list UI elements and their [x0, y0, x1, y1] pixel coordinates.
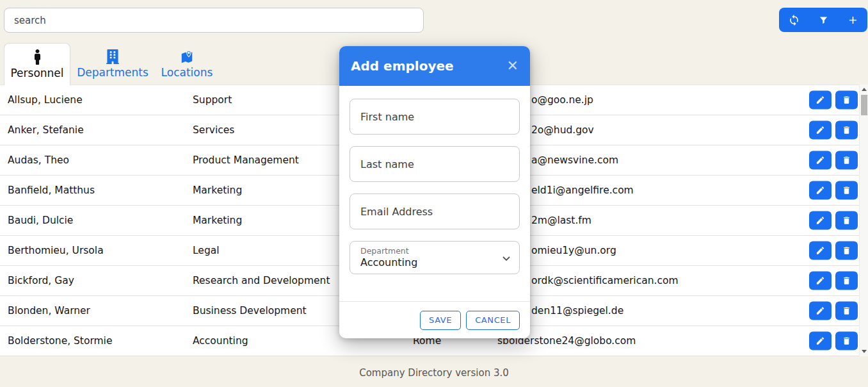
- cell-email: a@newsvine.com: [531, 154, 618, 166]
- row-actions: [809, 121, 858, 140]
- cell-name: Bickford, Gay: [8, 275, 74, 286]
- delete-button[interactable]: [835, 121, 858, 140]
- cell-department: Business Development: [193, 305, 307, 317]
- delete-button[interactable]: [835, 302, 858, 320]
- tab-label: Locations: [161, 66, 213, 79]
- first-name-field[interactable]: [350, 99, 520, 135]
- delete-button[interactable]: [835, 91, 858, 110]
- select-value: Accounting: [360, 256, 509, 268]
- department-select[interactable]: Department Accounting: [350, 241, 520, 274]
- cell-name: Banfield, Matthus: [8, 185, 95, 196]
- add-employee-modal: Add employee ✕ Department Accounting SAV…: [339, 46, 530, 338]
- pencil-icon: [816, 216, 825, 226]
- cell-name: Blonden, Warner: [8, 305, 90, 317]
- pencil-icon: [816, 276, 825, 286]
- cell-name: Baudi, Dulcie: [8, 215, 73, 226]
- tab-departments[interactable]: Departments: [76, 43, 150, 85]
- edit-button[interactable]: [809, 211, 832, 230]
- last-name-field[interactable]: [350, 146, 520, 182]
- save-button[interactable]: SAVE: [420, 311, 461, 330]
- modal-footer: SAVE CANCEL: [339, 301, 530, 338]
- row-actions: [809, 242, 858, 260]
- cell-email: omieu1y@un.org: [531, 245, 616, 256]
- delete-button[interactable]: [835, 151, 858, 170]
- trash-icon: [842, 336, 851, 346]
- edit-button[interactable]: [809, 91, 832, 110]
- add-button[interactable]: [842, 9, 864, 31]
- trash-icon: [842, 126, 851, 135]
- pencil-icon: [816, 336, 825, 346]
- person-icon: [34, 49, 41, 65]
- cell-name: Anker, Stefanie: [8, 124, 84, 136]
- filter-button[interactable]: [812, 9, 834, 31]
- edit-button[interactable]: [809, 302, 832, 320]
- modal-title: Add employee: [351, 58, 454, 74]
- cell-department: Marketing: [193, 215, 242, 226]
- trash-icon: [842, 306, 851, 316]
- cell-department: Product Management: [193, 154, 299, 166]
- row-actions: [809, 302, 858, 320]
- delete-button[interactable]: [835, 211, 858, 230]
- cell-department: Accounting: [193, 335, 248, 347]
- edit-button[interactable]: [809, 242, 832, 260]
- pencil-icon: [816, 156, 825, 165]
- close-icon[interactable]: ✕: [507, 59, 518, 73]
- trash-icon: [842, 276, 851, 286]
- app: { "app": { "footer": "Company Directory …: [0, 0, 868, 387]
- pencil-icon: [816, 126, 825, 135]
- toolbar: [779, 8, 867, 32]
- edit-button[interactable]: [809, 151, 832, 170]
- cell-name: Berthomieu, Ursola: [8, 245, 104, 256]
- delete-button[interactable]: [835, 332, 858, 350]
- plus-icon: [847, 14, 859, 26]
- cancel-button[interactable]: CANCEL: [466, 311, 520, 330]
- pencil-icon: [816, 95, 825, 105]
- cell-email: eld1i@angelfire.com: [531, 185, 634, 196]
- pencil-icon: [816, 186, 825, 195]
- delete-button[interactable]: [835, 242, 858, 260]
- scroll-up-icon[interactable]: [862, 88, 867, 91]
- search-input[interactable]: [4, 8, 424, 33]
- modal-header: Add employee ✕: [339, 46, 530, 86]
- scrollbar-thumb[interactable]: [861, 95, 867, 115]
- building-icon: [106, 49, 119, 64]
- cell-name: Audas, Theo: [8, 154, 69, 166]
- edit-button[interactable]: [809, 332, 832, 350]
- cell-email: 2o@hud.gov: [531, 124, 594, 136]
- cell-department: Marketing: [193, 185, 242, 196]
- cell-email: 2m@last.fm: [531, 215, 591, 226]
- trash-icon: [842, 246, 851, 256]
- trash-icon: [842, 95, 851, 105]
- edit-button[interactable]: [809, 121, 832, 140]
- row-actions: [809, 332, 858, 350]
- row-actions: [809, 181, 858, 200]
- delete-button[interactable]: [835, 181, 858, 200]
- email-address-field[interactable]: [350, 194, 520, 229]
- cell-department: Support: [193, 94, 232, 106]
- refresh-button[interactable]: [783, 9, 805, 31]
- chevron-down-icon: [502, 252, 510, 264]
- table-scrollbar[interactable]: [859, 85, 868, 356]
- delete-button[interactable]: [835, 272, 858, 290]
- cell-email: den11@spiegel.de: [531, 305, 623, 317]
- cell-name: Bolderstone, Stormie: [8, 335, 112, 347]
- app-footer: Company Directory version 3.0: [0, 367, 868, 379]
- pencil-icon: [816, 246, 825, 256]
- cell-department: Legal: [193, 245, 220, 256]
- edit-button[interactable]: [809, 272, 832, 290]
- row-actions: [809, 272, 858, 290]
- edit-button[interactable]: [809, 181, 832, 200]
- tab-personnel[interactable]: Personnel: [4, 43, 70, 85]
- row-actions: [809, 91, 858, 110]
- cell-email: o@goo.ne.jp: [531, 94, 593, 106]
- refresh-icon: [788, 14, 800, 26]
- tab-label: Departments: [77, 66, 149, 79]
- cell-department: Research and Development: [193, 275, 330, 286]
- row-actions: [809, 151, 858, 170]
- map-pin-icon: [180, 49, 194, 64]
- cell-email: ordk@scientificamerican.com: [531, 275, 679, 286]
- modal-body: Department Accounting: [339, 86, 530, 274]
- trash-icon: [842, 186, 851, 195]
- scroll-down-icon[interactable]: [862, 350, 867, 353]
- tab-locations[interactable]: Locations: [156, 43, 218, 85]
